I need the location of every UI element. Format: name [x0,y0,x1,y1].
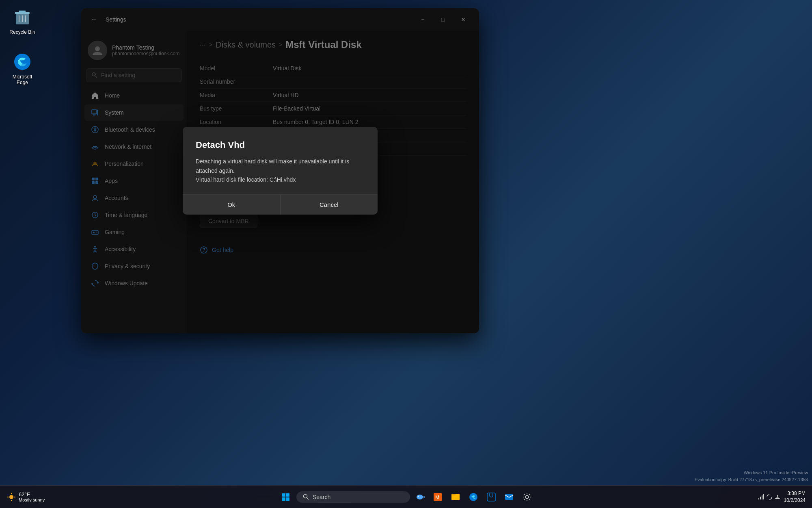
svg-point-43 [418,495,419,497]
svg-rect-36 [282,493,285,497]
svg-point-42 [417,495,423,499]
desktop: Recycle Bin Microsoft Edge ← Settings − … [0,0,812,508]
temperature: 62°F [19,491,45,497]
svg-point-31 [9,495,13,499]
svg-rect-1 [15,12,30,14]
edge-icon[interactable]: Microsoft Edge [4,49,41,89]
taskbar-search[interactable]: Search [296,491,410,503]
svg-rect-50 [505,494,513,500]
svg-rect-52 [758,498,759,499]
svg-line-41 [307,497,309,499]
time: 3:38 PM [784,490,806,497]
svg-rect-39 [286,497,289,501]
svg-text:M: M [435,495,439,500]
modal-cancel-button[interactable]: Cancel [281,195,378,215]
modal-overlay: Detach Vhd Detaching a virtual hard disk… [81,8,479,333]
svg-rect-37 [286,493,289,497]
edge-label: Microsoft Edge [7,74,37,85]
search-label: Search [313,494,330,500]
taskbar-outlook-icon[interactable] [501,489,517,505]
recycle-bin-icon[interactable]: Recycle Bin [4,4,41,38]
svg-rect-53 [760,497,761,499]
taskbar: 62°F Mostly sunny Search [0,485,812,508]
watermark-line1: Windows 11 Pro Insider Preview [695,469,808,477]
modal-description: Detaching a virtual hard disk will make … [196,157,365,184]
clock[interactable]: 3:38 PM 10/2/2024 [784,490,806,504]
recycle-bin-label: Recycle Bin [9,29,35,35]
svg-rect-55 [763,494,764,499]
detach-modal: Detach Vhd Detaching a virtual hard disk… [183,127,378,214]
taskbar-paint-icon[interactable]: M [430,489,446,505]
modal-ok-button[interactable]: Ok [183,195,281,215]
svg-rect-47 [451,494,456,495]
watermark: Windows 11 Pro Insider Preview Evaluatio… [695,469,808,484]
start-button[interactable] [277,488,295,506]
system-tray[interactable] [758,494,781,500]
taskbar-files-icon[interactable] [447,489,464,505]
weather-condition: Mostly sunny [19,497,45,502]
settings-window: ← Settings − □ ✕ Phantom Testing phant [81,8,479,333]
svg-point-51 [525,495,529,499]
svg-rect-54 [762,495,762,499]
taskbar-store-icon[interactable] [483,489,499,505]
taskbar-fish-icon[interactable] [412,489,428,505]
taskbar-settings-icon[interactable] [519,489,535,505]
svg-point-40 [304,494,307,498]
date: 10/2/2024 [784,497,806,504]
svg-rect-38 [282,497,285,501]
svg-point-6 [14,54,30,70]
taskbar-edge-icon[interactable] [465,489,482,505]
modal-title: Detach Vhd [196,140,365,150]
svg-rect-2 [19,11,26,12]
watermark-line2: Evaluation copy. Build 27718.rs_prerelea… [695,476,808,484]
modal-actions: Ok Cancel [183,194,378,215]
weather-display[interactable]: 62°F Mostly sunny [6,491,45,502]
